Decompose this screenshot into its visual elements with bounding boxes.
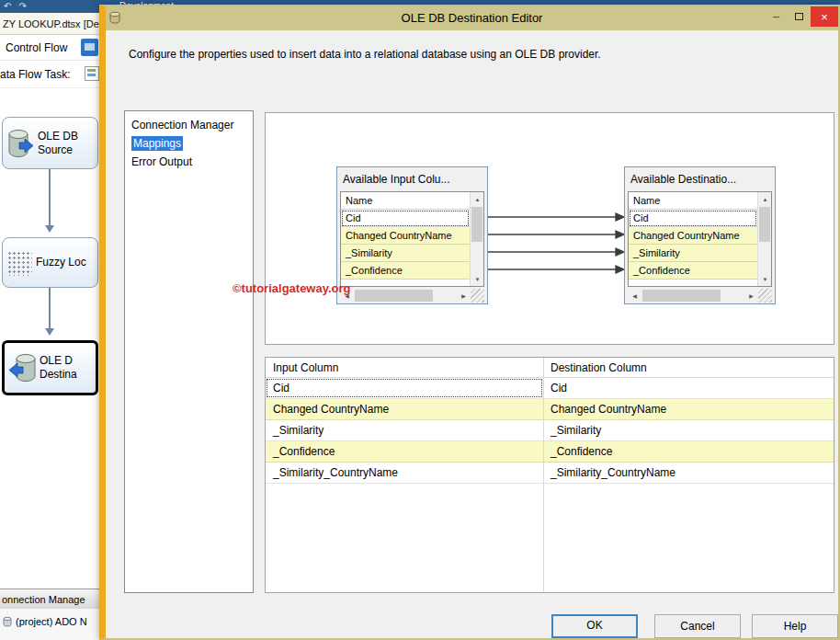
component-label: OLE DB Source bbox=[38, 130, 78, 157]
document-tab-label: ZY LOOKUP.dtsx [De bbox=[3, 18, 99, 29]
maximize-icon bbox=[795, 13, 803, 20]
connection-managers-label: onnection Manage bbox=[2, 594, 85, 605]
scrollbar-thumb[interactable] bbox=[759, 207, 770, 242]
grid-row: Changed CountryName Changed CountryName bbox=[266, 399, 834, 420]
grid-row: _Similarity _Similarity bbox=[266, 420, 834, 441]
connection-item-label: (project) ADO N bbox=[16, 616, 87, 627]
mapping-diagram-panel: Available Input Colu... Name Cid Changed… bbox=[265, 112, 834, 345]
maximize-button[interactable] bbox=[788, 6, 811, 27]
cancel-button[interactable]: Cancel bbox=[654, 614, 741, 638]
scroll-right-icon[interactable] bbox=[744, 289, 758, 303]
available-destination-columns-box: Available Destinatio... Name Cid Changed… bbox=[624, 166, 776, 304]
nav-item-connection-manager[interactable]: Connection Manager bbox=[125, 116, 253, 134]
control-flow-label: Control Flow bbox=[6, 41, 67, 54]
scroll-right-icon[interactable] bbox=[457, 289, 471, 303]
close-icon: × bbox=[821, 10, 828, 24]
available-input-columns-box: Available Input Colu... Name Cid Changed… bbox=[336, 166, 488, 304]
grid-row: _Similarity_CountryName _Similarity_Coun… bbox=[266, 463, 834, 484]
dialog-titlebar[interactable]: OLE DB Destination Editor ─ × bbox=[106, 6, 838, 30]
scroll-up-icon[interactable] bbox=[471, 192, 484, 206]
horizontal-scrollbar[interactable] bbox=[628, 289, 772, 303]
mapping-lines bbox=[488, 113, 624, 346]
dialog-title: OLE DB Destination Editor bbox=[106, 11, 838, 25]
nav-item-error-output[interactable]: Error Output bbox=[125, 153, 253, 171]
grid-cell[interactable]: Changed CountryName bbox=[543, 399, 834, 419]
grid-cell[interactable]: Cid bbox=[543, 378, 834, 398]
available-input-columns-title: Available Input Colu... bbox=[337, 167, 487, 191]
control-flow-tab[interactable]: Control Flow bbox=[0, 35, 101, 61]
available-destination-columns-title: Available Destinatio... bbox=[625, 167, 775, 191]
scroll-down-icon[interactable] bbox=[758, 272, 772, 286]
grid-cell[interactable]: Cid bbox=[266, 378, 543, 398]
nav-item-mappings[interactable]: Mappings bbox=[125, 134, 253, 153]
scrollbar-thumb[interactable] bbox=[642, 290, 721, 302]
vertical-scrollbar[interactable] bbox=[470, 192, 483, 286]
grid-cell[interactable]: _Confidence bbox=[543, 441, 834, 462]
fuzzy-lookup-component[interactable]: Fuzzy Loc bbox=[2, 237, 98, 288]
resize-grip-icon[interactable] bbox=[758, 289, 772, 303]
document-tab[interactable]: ZY LOOKUP.dtsx [De bbox=[0, 13, 101, 35]
list-column-header[interactable]: Name bbox=[629, 192, 757, 210]
grid-cell[interactable]: _Confidence bbox=[266, 441, 543, 462]
ole-db-destination-component[interactable]: OLE D Destina bbox=[2, 340, 98, 395]
connection-icon bbox=[2, 616, 13, 627]
scroll-up-icon[interactable] bbox=[758, 192, 772, 206]
scrollbar-thumb[interactable] bbox=[355, 290, 433, 302]
grid-row: _Confidence _Confidence bbox=[266, 441, 834, 463]
grid-cell[interactable]: _Similarity_CountryName bbox=[543, 463, 834, 483]
connection-manager-item[interactable]: (project) ADO N bbox=[0, 616, 101, 627]
vertical-scrollbar[interactable] bbox=[757, 192, 771, 286]
scroll-left-icon[interactable] bbox=[628, 289, 641, 303]
list-item[interactable]: Cid bbox=[629, 210, 757, 227]
task-box-icon bbox=[85, 66, 99, 81]
list-item[interactable]: _Similarity bbox=[341, 245, 470, 262]
scroll-down-icon[interactable] bbox=[471, 272, 484, 286]
undo-icon[interactable]: ↶ bbox=[4, 2, 11, 11]
redo-icon[interactable]: ↷ bbox=[18, 2, 26, 11]
list-item[interactable]: _Similarity bbox=[629, 245, 757, 262]
pages-nav: Connection Manager Mappings Error Output bbox=[124, 110, 254, 593]
close-button[interactable]: × bbox=[811, 6, 838, 27]
resize-grip-icon[interactable] bbox=[471, 289, 484, 303]
list-column-header[interactable]: Name bbox=[341, 192, 470, 210]
grid-row: Cid Cid bbox=[266, 378, 834, 399]
grid-header-row: Input Column Destination Column bbox=[266, 358, 834, 378]
design-canvas: OLE DB Source Fuzzy Loc OLE bbox=[0, 88, 101, 589]
ole-db-source-icon bbox=[6, 128, 34, 159]
mappings-grid: Input Column Destination Column Cid Cid … bbox=[265, 357, 834, 593]
grid-header-input-column[interactable]: Input Column bbox=[266, 358, 543, 377]
minimize-icon: ─ bbox=[773, 12, 779, 22]
flow-path-arrow[interactable] bbox=[49, 169, 51, 230]
grid-column-divider bbox=[543, 358, 544, 592]
screenshot-root: ↶ ↷ Development ▾ ZY LOOKUP.dtsx [De Con… bbox=[0, 0, 840, 640]
watermark: ©tutorialgateway.org bbox=[233, 281, 351, 295]
destination-columns-list: Name Cid Changed CountryName _Similarity… bbox=[628, 191, 772, 287]
grid-cell[interactable]: _Similarity bbox=[543, 420, 834, 440]
grid-cell[interactable]: _Similarity_CountryName bbox=[266, 463, 543, 483]
input-columns-list: Name Cid Changed CountryName _Similarity… bbox=[340, 191, 484, 287]
list-item[interactable]: _Confidence bbox=[629, 262, 757, 280]
ok-button[interactable]: OK bbox=[551, 614, 638, 638]
grid-header-destination-column[interactable]: Destination Column bbox=[543, 358, 834, 377]
connection-managers-pane: (project) ADO N bbox=[0, 609, 101, 640]
component-label: Fuzzy Loc bbox=[36, 256, 86, 269]
ole-db-source-component[interactable]: OLE DB Source bbox=[2, 117, 98, 169]
flow-path-arrow[interactable] bbox=[49, 288, 51, 333]
list-item[interactable]: Changed CountryName bbox=[341, 227, 470, 245]
minimize-button[interactable]: ─ bbox=[765, 6, 788, 27]
component-label: OLE D Destina bbox=[40, 354, 77, 382]
ole-db-destination-icon bbox=[8, 352, 36, 383]
grid-cell[interactable]: Changed CountryName bbox=[266, 399, 543, 419]
list-item[interactable]: _Confidence bbox=[341, 262, 470, 280]
list-item[interactable]: Changed CountryName bbox=[629, 227, 757, 245]
horizontal-scrollbar[interactable] bbox=[340, 289, 484, 303]
connection-managers-header[interactable]: onnection Manage bbox=[0, 589, 101, 609]
help-button[interactable]: Help bbox=[752, 614, 838, 638]
data-flow-task-label: ata Flow Task: bbox=[0, 68, 70, 81]
data-flow-icon bbox=[81, 39, 98, 56]
grid-cell[interactable]: _Similarity bbox=[266, 420, 543, 440]
list-item[interactable]: Cid bbox=[341, 210, 470, 227]
dialog-description: Configure the properties used to insert … bbox=[129, 48, 772, 61]
scrollbar-thumb[interactable] bbox=[471, 207, 482, 242]
ole-db-destination-editor-dialog: OLE DB Destination Editor ─ × Configure … bbox=[99, 5, 840, 640]
